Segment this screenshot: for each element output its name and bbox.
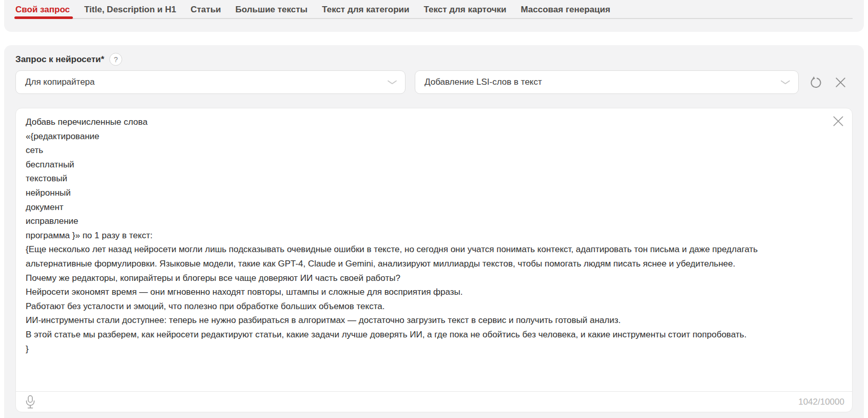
tab-big-texts[interactable]: Большие тексты (236, 5, 308, 16)
tab-category-text[interactable]: Текст для категории (322, 5, 409, 16)
tab-list: Свой запрос Title, Description и H1 Стат… (4, 0, 864, 16)
prompt-editor: Добавь перечисленные слова «{редактирова… (15, 108, 853, 412)
microphone-icon (25, 395, 36, 409)
close-icon (832, 115, 845, 128)
template-select-value: Добавление LSI-слов в текст (425, 77, 542, 87)
tab-custom-request[interactable]: Свой запрос (15, 5, 70, 16)
chevron-down-icon (388, 80, 397, 85)
selects-row: Для копирайтера Добавление LSI-слов в те… (15, 70, 853, 94)
request-label-row: Запрос к нейросети* ? (15, 53, 853, 66)
tab-mass-generation[interactable]: Массовая генерация (520, 5, 610, 16)
tab-card-text[interactable]: Текст для карточки (423, 5, 506, 16)
chevron-down-icon (781, 80, 790, 85)
char-counter: 1042/10000 (798, 397, 844, 407)
clear-selection-button[interactable] (834, 76, 847, 89)
clear-text-button[interactable] (832, 115, 845, 128)
tab-articles[interactable]: Статьи (190, 5, 221, 16)
tab-title-description-h1[interactable]: Title, Description и H1 (84, 5, 176, 16)
reset-icon (809, 75, 823, 89)
role-select-value: Для копирайтера (25, 77, 95, 87)
tab-bar-divider (15, 18, 853, 19)
microphone-button[interactable] (25, 395, 36, 409)
request-panel: Запрос к нейросети* ? Для копирайтера До… (4, 45, 864, 418)
reset-button[interactable] (809, 75, 823, 89)
tab-bar: Свой запрос Title, Description и H1 Стат… (4, 0, 864, 32)
template-select[interactable]: Добавление LSI-слов в текст (415, 70, 799, 94)
prompt-textarea[interactable]: Добавь перечисленные слова «{редактирова… (16, 108, 852, 391)
close-icon (834, 76, 847, 89)
editor-footer: 1042/10000 (16, 391, 852, 412)
help-icon[interactable]: ? (109, 53, 122, 66)
request-label: Запрос к нейросети* (15, 54, 104, 65)
role-select[interactable]: Для копирайтера (15, 70, 406, 94)
